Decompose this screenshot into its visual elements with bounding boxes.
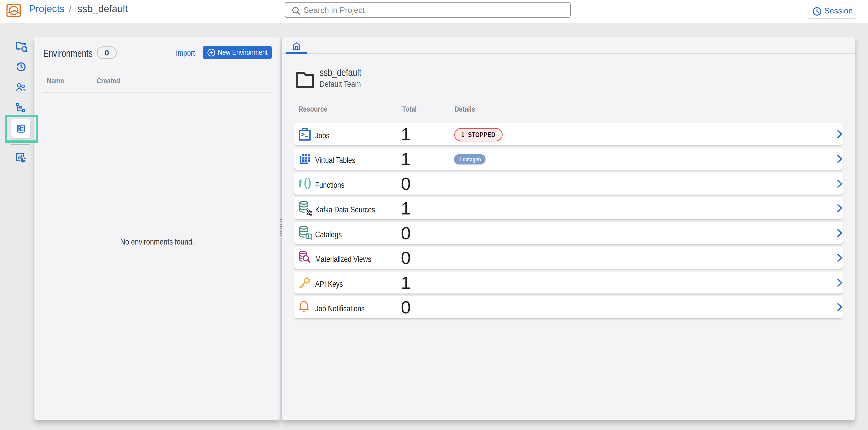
svg-text:f: f bbox=[299, 178, 302, 189]
